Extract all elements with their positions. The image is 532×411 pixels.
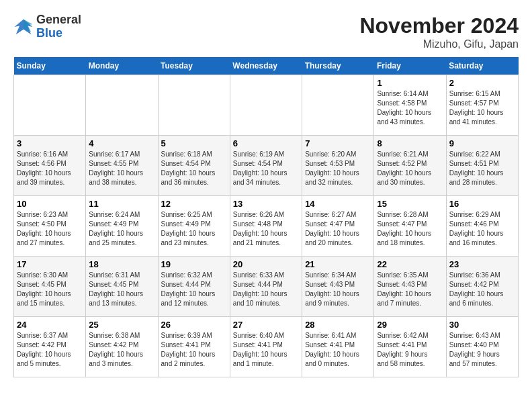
calendar-cell: 25Sunrise: 6:38 AM Sunset: 4:42 PM Dayli… [86,317,158,377]
calendar-cell: 12Sunrise: 6:25 AM Sunset: 4:49 PM Dayli… [158,196,230,257]
calendar-cell: 1Sunrise: 6:14 AM Sunset: 4:58 PM Daylig… [374,75,446,136]
day-number: 26 [161,320,227,330]
logo: General Blue [13,13,81,40]
weekday-header-friday: Friday [374,57,446,75]
day-number: 5 [161,138,227,148]
day-number: 19 [161,259,227,269]
calendar-cell [14,75,86,136]
day-info: Sunrise: 6:21 AM Sunset: 4:52 PM Dayligh… [377,150,443,187]
week-row-1: 3Sunrise: 6:16 AM Sunset: 4:56 PM Daylig… [14,136,519,196]
day-info: Sunrise: 6:19 AM Sunset: 4:54 PM Dayligh… [233,150,299,187]
day-number: 9 [449,138,515,148]
calendar-cell: 17Sunrise: 6:30 AM Sunset: 4:45 PM Dayli… [14,257,86,317]
day-info: Sunrise: 6:22 AM Sunset: 4:51 PM Dayligh… [449,150,515,187]
logo-bird-icon [13,17,34,37]
weekday-header-sunday: Sunday [14,57,86,75]
day-number: 3 [17,138,83,148]
day-number: 15 [377,199,443,209]
calendar-cell: 16Sunrise: 6:29 AM Sunset: 4:46 PM Dayli… [446,196,518,257]
day-number: 18 [89,259,154,269]
day-number: 13 [233,199,299,209]
title-area: November 2024 Mizuho, Gifu, Japan [359,13,519,50]
logo-blue: Blue [36,27,81,40]
weekday-header-monday: Monday [86,57,158,75]
weekday-header-row: SundayMondayTuesdayWednesdayThursdayFrid… [14,57,519,75]
day-number: 24 [17,320,83,330]
day-number: 30 [449,320,515,330]
calendar-cell: 14Sunrise: 6:27 AM Sunset: 4:47 PM Dayli… [302,196,374,257]
calendar-cell: 13Sunrise: 6:26 AM Sunset: 4:48 PM Dayli… [230,196,302,257]
day-number: 14 [305,199,371,209]
calendar-cell: 21Sunrise: 6:34 AM Sunset: 4:43 PM Dayli… [302,257,374,317]
calendar-cell: 6Sunrise: 6:19 AM Sunset: 4:54 PM Daylig… [230,136,302,196]
day-number: 17 [17,259,83,269]
day-number: 21 [305,259,371,269]
calendar-cell: 7Sunrise: 6:20 AM Sunset: 4:53 PM Daylig… [302,136,374,196]
calendar-cell: 23Sunrise: 6:36 AM Sunset: 4:42 PM Dayli… [446,257,518,317]
day-info: Sunrise: 6:29 AM Sunset: 4:46 PM Dayligh… [449,210,515,248]
day-info: Sunrise: 6:43 AM Sunset: 4:40 PM Dayligh… [449,331,515,369]
weekday-header-saturday: Saturday [446,57,518,75]
day-info: Sunrise: 6:33 AM Sunset: 4:44 PM Dayligh… [233,271,299,308]
month-title: November 2024 [359,13,519,38]
day-info: Sunrise: 6:42 AM Sunset: 4:41 PM Dayligh… [377,331,443,369]
logo-text: General Blue [36,13,81,40]
day-number: 23 [449,259,515,269]
calendar-cell: 15Sunrise: 6:28 AM Sunset: 4:47 PM Dayli… [374,196,446,257]
day-number: 2 [449,78,515,88]
calendar-cell: 10Sunrise: 6:23 AM Sunset: 4:50 PM Dayli… [14,196,86,257]
calendar-cell [302,75,374,136]
week-row-4: 24Sunrise: 6:37 AM Sunset: 4:42 PM Dayli… [14,317,519,377]
day-info: Sunrise: 6:24 AM Sunset: 4:49 PM Dayligh… [89,210,154,248]
calendar-cell: 30Sunrise: 6:43 AM Sunset: 4:40 PM Dayli… [446,317,518,377]
week-row-2: 10Sunrise: 6:23 AM Sunset: 4:50 PM Dayli… [14,196,519,257]
day-info: Sunrise: 6:39 AM Sunset: 4:41 PM Dayligh… [161,331,227,369]
calendar-cell: 27Sunrise: 6:40 AM Sunset: 4:41 PM Dayli… [230,317,302,377]
day-info: Sunrise: 6:23 AM Sunset: 4:50 PM Dayligh… [17,210,83,248]
calendar-cell: 4Sunrise: 6:17 AM Sunset: 4:55 PM Daylig… [86,136,158,196]
calendar-cell: 19Sunrise: 6:32 AM Sunset: 4:44 PM Dayli… [158,257,230,317]
day-number: 10 [17,199,83,209]
day-info: Sunrise: 6:41 AM Sunset: 4:41 PM Dayligh… [305,331,371,369]
day-info: Sunrise: 6:36 AM Sunset: 4:42 PM Dayligh… [449,271,515,308]
day-info: Sunrise: 6:14 AM Sunset: 4:58 PM Dayligh… [377,89,443,127]
calendar-table: SundayMondayTuesdayWednesdayThursdayFrid… [13,57,519,377]
calendar-cell: 20Sunrise: 6:33 AM Sunset: 4:44 PM Dayli… [230,257,302,317]
week-row-3: 17Sunrise: 6:30 AM Sunset: 4:45 PM Dayli… [14,257,519,317]
day-number: 7 [305,138,371,148]
calendar-cell [230,75,302,136]
day-number: 22 [377,259,443,269]
day-number: 12 [161,199,227,209]
day-info: Sunrise: 6:31 AM Sunset: 4:45 PM Dayligh… [89,271,154,308]
logo-general: General [36,13,81,27]
weekday-header-wednesday: Wednesday [230,57,302,75]
day-number: 4 [89,138,154,148]
calendar-cell [86,75,158,136]
calendar-cell: 29Sunrise: 6:42 AM Sunset: 4:41 PM Dayli… [374,317,446,377]
day-info: Sunrise: 6:17 AM Sunset: 4:55 PM Dayligh… [89,150,154,187]
calendar-cell: 26Sunrise: 6:39 AM Sunset: 4:41 PM Dayli… [158,317,230,377]
calendar-body: 1Sunrise: 6:14 AM Sunset: 4:58 PM Daylig… [14,75,519,377]
weekday-header-tuesday: Tuesday [158,57,230,75]
calendar-cell: 2Sunrise: 6:15 AM Sunset: 4:57 PM Daylig… [446,75,518,136]
day-info: Sunrise: 6:25 AM Sunset: 4:49 PM Dayligh… [161,210,227,248]
calendar-cell: 3Sunrise: 6:16 AM Sunset: 4:56 PM Daylig… [14,136,86,196]
day-number: 16 [449,199,515,209]
calendar-cell: 5Sunrise: 6:18 AM Sunset: 4:54 PM Daylig… [158,136,230,196]
weekday-header-thursday: Thursday [302,57,374,75]
day-info: Sunrise: 6:30 AM Sunset: 4:45 PM Dayligh… [17,271,83,308]
day-number: 29 [377,320,443,330]
day-number: 28 [305,320,371,330]
calendar-cell: 24Sunrise: 6:37 AM Sunset: 4:42 PM Dayli… [14,317,86,377]
day-info: Sunrise: 6:26 AM Sunset: 4:48 PM Dayligh… [233,210,299,248]
day-number: 25 [89,320,154,330]
calendar-cell: 22Sunrise: 6:35 AM Sunset: 4:43 PM Dayli… [374,257,446,317]
day-number: 11 [89,199,154,209]
day-info: Sunrise: 6:28 AM Sunset: 4:47 PM Dayligh… [377,210,443,248]
calendar-cell: 28Sunrise: 6:41 AM Sunset: 4:41 PM Dayli… [302,317,374,377]
day-info: Sunrise: 6:18 AM Sunset: 4:54 PM Dayligh… [161,150,227,187]
day-number: 27 [233,320,299,330]
location: Mizuho, Gifu, Japan [359,38,519,50]
day-number: 1 [377,78,443,88]
day-info: Sunrise: 6:15 AM Sunset: 4:57 PM Dayligh… [449,89,515,127]
